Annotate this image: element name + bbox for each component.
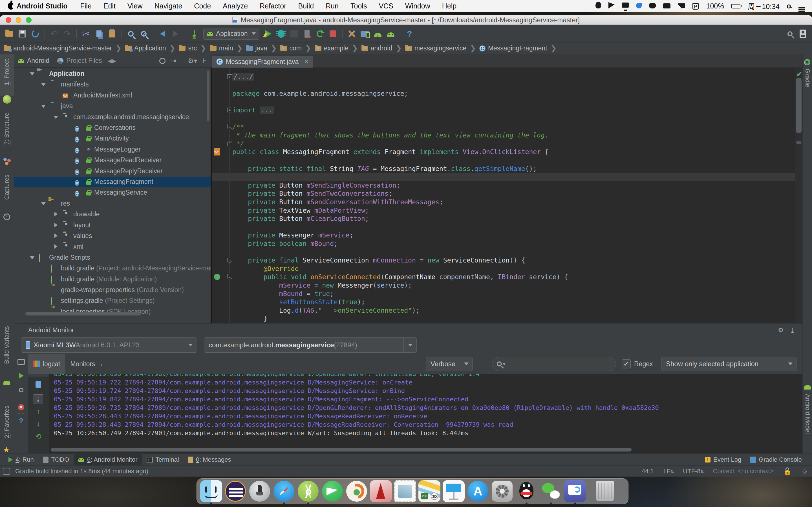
tool-strip-project[interactable]: 1: Project xyxy=(3,59,10,86)
menu-view[interactable]: View xyxy=(121,2,149,10)
breadcrumb-main[interactable]: main xyxy=(210,45,233,52)
sdk-manager-icon[interactable] xyxy=(373,29,383,39)
wifi-status-icon[interactable] xyxy=(678,2,685,10)
device-monitor-icon[interactable] xyxy=(386,29,396,39)
toolwin-run[interactable]: 4: Run xyxy=(4,454,38,466)
tree-item-MessageReadReceiver[interactable]: CMessageReadReceiver xyxy=(14,155,211,166)
monitor-hide-icon[interactable]: ⤓ xyxy=(791,327,794,334)
up-stack-icon[interactable]: ↑ xyxy=(28,407,49,416)
capture-analysis-icon[interactable] xyxy=(14,386,28,394)
menu-analyze[interactable]: Analyze xyxy=(217,2,254,10)
dock-system-preferences-icon[interactable] xyxy=(491,480,513,502)
lock-icon[interactable]: 🔓 xyxy=(783,467,792,475)
tool-strip-captures[interactable]: Captures xyxy=(3,175,10,200)
parallels-status-icon[interactable]: P xyxy=(693,2,699,10)
dock-eclipse-icon[interactable] xyxy=(224,480,246,502)
screen-record-icon[interactable] xyxy=(14,372,28,381)
down-stack-icon[interactable]: ↓ xyxy=(28,419,49,428)
tree-item-manifests[interactable]: manifests xyxy=(14,79,211,90)
encoding[interactable]: UTF-8⇅ xyxy=(683,467,703,475)
restart-logcat-icon[interactable]: ⟲ xyxy=(28,432,49,441)
wechat-status-icon[interactable] xyxy=(649,2,656,10)
dock-keynote-icon[interactable] xyxy=(443,480,465,502)
copy-icon[interactable] xyxy=(94,29,104,39)
menu-window[interactable]: Window xyxy=(399,2,436,10)
tab-logcat[interactable]: logcat xyxy=(28,354,65,374)
breadcrumb-com[interactable]: com xyxy=(280,45,302,52)
collapse-all-icon[interactable]: ⇥ xyxy=(171,57,176,64)
istat-status-icon[interactable] xyxy=(636,2,642,10)
breadcrumb-example[interactable]: example xyxy=(315,45,349,52)
run-configuration-selector[interactable]: Application xyxy=(203,28,259,40)
tool-strip-structure[interactable]: 7: Structure xyxy=(3,113,10,145)
back-icon[interactable] xyxy=(158,29,168,39)
logcat-search-input[interactable]: ▾ xyxy=(492,357,616,371)
gear-icon[interactable]: ⚙▾ xyxy=(188,57,197,65)
zoom-window-button[interactable] xyxy=(26,17,32,23)
tree-hscrollbar[interactable] xyxy=(26,312,141,316)
qq-status-icon[interactable] xyxy=(596,2,601,10)
scroll-to-end-icon[interactable]: ⭳ xyxy=(28,394,49,404)
breadcrumb-src[interactable]: src xyxy=(179,45,197,52)
tree-item-MessageReplyReceiver[interactable]: CMessageReplyReceiver xyxy=(14,166,211,177)
tree-vscrollbar[interactable] xyxy=(207,70,209,121)
editor-tab-messagingfragment[interactable]: C MessagingFragment.java ✕ xyxy=(212,56,313,68)
tree-item-drawable[interactable]: drawable xyxy=(14,209,211,220)
dock-finder-icon[interactable] xyxy=(200,480,222,502)
tool-strip-android-model[interactable]: Android Model xyxy=(804,394,811,434)
debug-icon[interactable] xyxy=(276,29,286,39)
project-view-tab-project-files[interactable]: Project Files xyxy=(53,54,106,68)
tree-item-com.example.android.messagingservice[interactable]: com.example.android.messagingservice xyxy=(14,112,211,122)
tree-item-MainActivity[interactable]: CMainActivity xyxy=(14,133,211,144)
pin-icon[interactable]: ⊦ xyxy=(203,57,206,64)
open-icon[interactable] xyxy=(4,29,14,39)
dock-android-studio-icon[interactable] xyxy=(297,480,319,502)
device-selector[interactable]: Xiaomi MI 3W Android 6.0.1, API 23 xyxy=(21,337,197,353)
tree-item-AndroidManifest.xml[interactable]: AndroidManifest.xml xyxy=(14,90,211,101)
paste-icon[interactable] xyxy=(107,29,117,39)
battery-icon[interactable] xyxy=(731,2,741,10)
window-title-bar[interactable]: MessagingFragment.java - android-Messagi… xyxy=(0,15,812,25)
tree-item-layout[interactable]: layout xyxy=(14,220,211,231)
tool-strip-build-variants[interactable]: Build Variants xyxy=(3,326,10,364)
save-all-icon[interactable] xyxy=(17,29,28,39)
close-tab-icon[interactable]: ✕ xyxy=(304,58,309,65)
menubar-clock[interactable]: 周三10:34 xyxy=(748,1,779,11)
tree-item-res[interactable]: res xyxy=(14,198,211,209)
toolwin-event-log[interactable]: !Event Log xyxy=(700,454,746,466)
dock-mail-icon[interactable] xyxy=(394,480,416,502)
toolwin-terminal[interactable]: >_Terminal xyxy=(142,454,184,466)
breadcrumb-Application[interactable]: Application xyxy=(125,45,166,52)
terminate-icon[interactable]: ✕ xyxy=(14,402,28,411)
run-icon[interactable] xyxy=(263,29,273,39)
breadcrumb-android-MessagingService-master[interactable]: android-MessagingService-master xyxy=(4,45,112,52)
dock-swirl-icon[interactable] xyxy=(346,480,368,502)
logcat-filter-selector[interactable]: Show only selected application xyxy=(661,357,797,371)
toolwin-messages[interactable]: 0: Messages xyxy=(184,454,236,466)
menu-code[interactable]: Code xyxy=(188,2,217,10)
tree-item-gradle-wrapper.properties[interactable]: gradle-wrapper.properties (Gradle Versio… xyxy=(14,285,211,295)
tree-item-build.gradle[interactable]: build.gradle (Project: android-Messaging… xyxy=(14,263,211,274)
dock-qq-icon[interactable] xyxy=(515,480,538,502)
tool-strip-gradle[interactable]: Gradle xyxy=(804,69,811,87)
attach-debugger-icon[interactable] xyxy=(302,29,312,39)
stop-icon[interactable] xyxy=(328,29,338,39)
tab-monitors[interactable]: Monitors → xyxy=(65,354,109,374)
make-project-icon[interactable]: ⭳ xyxy=(190,29,200,39)
hector-icon[interactable]: ☺ xyxy=(801,467,808,475)
coverage-icon[interactable] xyxy=(289,29,299,39)
editor-scrollbar-thumb[interactable] xyxy=(796,78,802,133)
dock-app-store-icon[interactable]: A xyxy=(467,480,489,502)
forward-icon[interactable] xyxy=(170,29,181,39)
breadcrumb-MessagingFragment[interactable]: CMessagingFragment xyxy=(479,45,547,52)
breadcrumb-android[interactable]: android xyxy=(361,45,393,52)
menu-tools[interactable]: Tools xyxy=(345,2,373,10)
project-view-tab-android[interactable]: Android xyxy=(14,54,53,68)
monitor-help-icon[interactable]: ? xyxy=(14,416,28,425)
view-switch-arrows[interactable]: ◀▶ xyxy=(108,57,116,64)
tree-item-MessagingFragment[interactable]: CMessagingFragment xyxy=(14,177,211,187)
sync-icon[interactable] xyxy=(30,29,40,39)
editor-scrollbar-stripe[interactable]: ✔ xyxy=(795,68,802,323)
dock-trash-icon[interactable] xyxy=(594,480,616,502)
undo-icon[interactable]: ↶ xyxy=(49,29,59,39)
